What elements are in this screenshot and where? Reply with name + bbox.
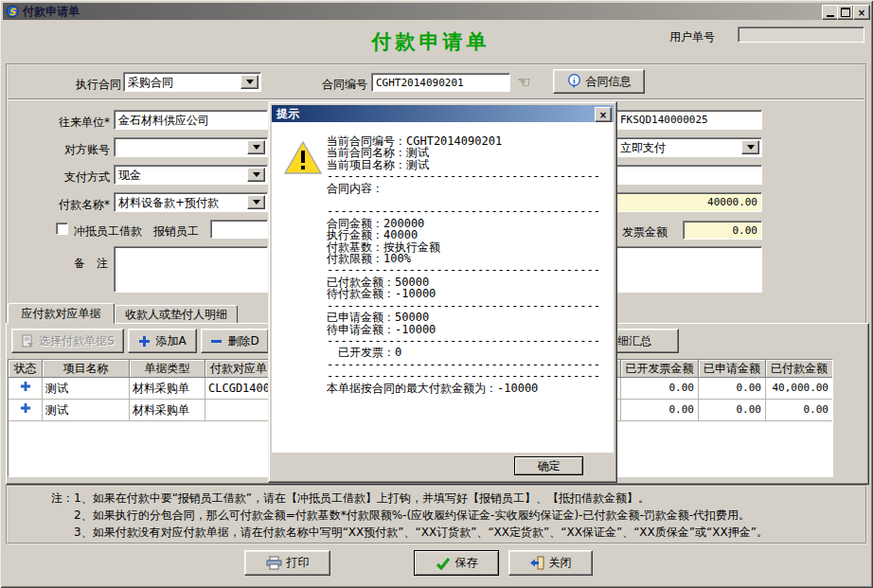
expand-plus-icon[interactable] — [9, 400, 43, 421]
cell-invoiced[interactable]: 0.00 — [621, 378, 699, 400]
divider — [9, 98, 864, 100]
invoice-amount-label: 发票金额 — [622, 224, 668, 241]
user-no-field[interactable] — [738, 27, 864, 43]
save-button[interactable]: 保存 — [414, 550, 499, 576]
printer-icon — [266, 556, 282, 570]
cell-project[interactable]: 测试 — [43, 400, 130, 421]
dialog-titlebar[interactable]: 提示 — [272, 105, 614, 122]
col-project[interactable]: 项目名称 — [43, 360, 130, 378]
pay-timing-select[interactable]: 立即支付 — [615, 137, 762, 157]
right-note-box[interactable] — [615, 246, 762, 293]
chevron-down-icon[interactable] — [741, 140, 759, 154]
message-dialog: 提示 × 当前合同编号：CGHT2014090201 当前合同名称：测试 当前项… — [268, 101, 617, 483]
offset-loan-checkbox[interactable] — [56, 223, 68, 235]
invoice-amount-input[interactable]: 0.00 — [683, 221, 762, 240]
close-icon[interactable]: × — [853, 5, 870, 20]
col-status[interactable]: 状态 — [9, 360, 43, 378]
remark-label: 备 注 — [74, 256, 108, 272]
pay-amount-input[interactable]: 40000.00 — [615, 192, 762, 212]
pay-name-select[interactable]: 材料设备款+预付款 — [114, 192, 268, 212]
app-icon: S — [6, 5, 19, 18]
chevron-down-icon[interactable] — [241, 75, 258, 89]
pay-method-select[interactable]: 现金 — [114, 165, 268, 185]
print-button[interactable]: 打印 — [244, 550, 330, 576]
ok-button[interactable]: 确定 — [514, 456, 583, 475]
account-select[interactable] — [114, 137, 268, 157]
offset-loan-label: 冲抵员工借款 — [74, 223, 142, 240]
plus-icon — [138, 335, 151, 347]
add-button[interactable]: 添加A — [128, 329, 197, 353]
cell-invoiced[interactable]: 0.00 — [621, 400, 699, 421]
exit-door-icon — [530, 556, 544, 570]
contract-no-label: 合同编号 — [312, 77, 367, 93]
dialog-message: 当前合同编号：CGHT2014090201 当前合同名称：测试 当前项目名称：测… — [327, 135, 600, 394]
request-doc-no-input[interactable]: FKSQD140000025 — [615, 110, 762, 130]
col-doc-type[interactable]: 单据类型 — [130, 360, 205, 378]
exec-contract-select[interactable]: 采购合同 — [123, 72, 261, 92]
cell-doc-type[interactable]: 材料采购单 — [130, 400, 205, 421]
pay-method-label: 支付方式 — [19, 169, 110, 186]
account-label: 对方账号 — [19, 142, 110, 158]
warning-icon — [284, 141, 322, 175]
notes-panel: 注：1、如果在付款中要“报销员工借款”，请在【冲抵员工借款】上打钩，并填写好【报… — [6, 485, 867, 544]
maximize-icon[interactable] — [837, 5, 854, 20]
close-button[interactable]: 关闭 — [508, 550, 593, 576]
tab-payable-docs[interactable]: 应付款对应单据 — [8, 303, 115, 324]
contract-no-input[interactable]: CGHT2014090201 — [371, 73, 510, 92]
info-icon: i — [567, 74, 581, 89]
minus-icon — [210, 335, 223, 347]
col-paid[interactable]: 已付款金额 — [766, 360, 832, 378]
cell-project[interactable]: 测试 — [43, 378, 130, 400]
document-icon — [21, 334, 34, 347]
select-payment-doc-button[interactable]: 选择付款单据S — [11, 329, 124, 353]
window-title: 付款申请单 — [23, 4, 80, 20]
hand-pointer-icon[interactable]: ☜ — [517, 73, 530, 91]
dialog-close-icon[interactable]: × — [595, 107, 612, 122]
dialog-body: 当前合同编号：CGHT2014090201 当前合同名称：测试 当前项目名称：测… — [272, 122, 614, 453]
payment-request-window: S 付款申请单 × 付款申请单 用户单号 执行合同 采购合同 合同编号 CGHT… — [0, 0, 873, 588]
unit-label: 往来单位* — [19, 115, 110, 131]
cell-paid[interactable]: 0.00 — [766, 400, 832, 421]
svg-text:S: S — [9, 7, 16, 17]
cell-paid[interactable]: 40,000.00 — [766, 378, 832, 400]
usage-notes: 注：1、如果在付款中要“报销员工借款”，请在【冲抵员工借款】上打钩，并填写好【报… — [51, 490, 768, 541]
col-invoiced[interactable]: 已开发票金额 — [621, 360, 699, 378]
dialog-footer: 确定 — [272, 453, 614, 479]
unit-input[interactable]: 金石材料供应公司 — [114, 110, 268, 130]
tab-payee-detail[interactable]: 收款人或垫付人明细 — [115, 305, 238, 324]
col-applied[interactable]: 已申请金额 — [699, 360, 766, 378]
check-icon — [436, 557, 451, 570]
blank-input[interactable] — [615, 165, 762, 185]
pay-name-label: 付款名称* — [19, 197, 110, 213]
user-no-label: 用户单号 — [660, 29, 715, 45]
reimburse-emp-label: 报销员工 — [153, 223, 199, 240]
cell-applied[interactable]: 0.00 — [699, 400, 766, 421]
expand-plus-icon[interactable] — [9, 378, 43, 400]
remark-textarea[interactable] — [114, 246, 268, 293]
contract-info-button[interactable]: i 合同信息 — [553, 69, 645, 94]
cell-doc-type[interactable]: 材料采购单 — [130, 378, 205, 400]
dialog-title: 提示 — [276, 106, 299, 122]
chevron-down-icon[interactable] — [247, 168, 265, 182]
chevron-down-icon[interactable] — [247, 195, 265, 209]
window-titlebar[interactable]: S 付款申请单 — [3, 3, 870, 20]
page-title: 付款申请单 — [312, 28, 549, 55]
chevron-down-icon[interactable] — [247, 140, 265, 154]
delete-button[interactable]: 删除D — [201, 329, 269, 353]
exec-contract-label: 执行合同 — [38, 77, 121, 93]
cell-applied[interactable]: 0.00 — [699, 378, 766, 400]
reimburse-emp-input[interactable] — [210, 220, 268, 239]
